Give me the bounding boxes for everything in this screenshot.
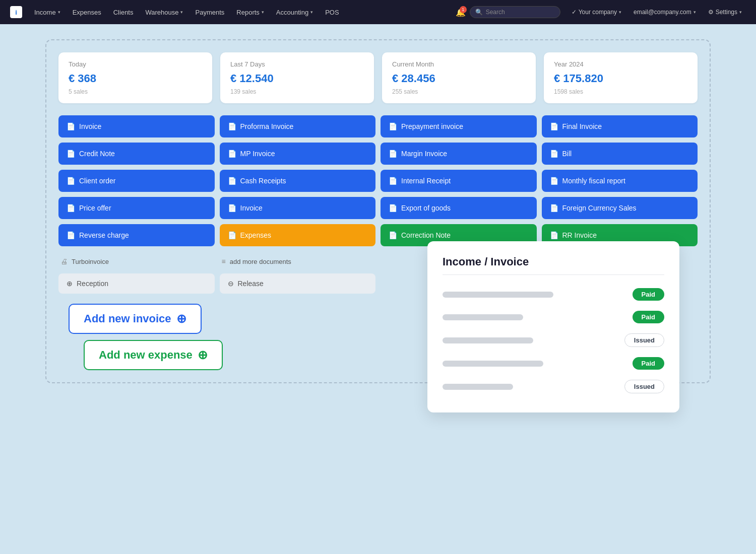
document-icon: 📄 xyxy=(550,204,558,212)
stat-card-7days: Last 7 Days € 12.540 139 sales xyxy=(220,52,374,103)
nav-item-income[interactable]: Income ▾ xyxy=(29,6,66,19)
nav-right: ✓ Your company ▾ email@company.com ▾ ⚙ S… xyxy=(568,7,746,18)
doc-btn-invoice[interactable]: 📄Invoice xyxy=(220,197,376,219)
stat-label-today: Today xyxy=(69,60,202,68)
notification-badge: 1 xyxy=(460,6,467,13)
doc-btn-proforma-invoice[interactable]: 📄Proforma Invoice xyxy=(220,115,376,137)
company-selector[interactable]: ✓ Your company ▾ xyxy=(568,7,625,18)
document-icon: 📄 xyxy=(67,231,75,239)
doc-button-grid: 📄Invoice📄Proforma Invoice📄Prepayment inv… xyxy=(58,115,698,246)
doc-btn-credit-note[interactable]: 📄Credit Note xyxy=(58,143,215,165)
document-icon: 📄 xyxy=(67,204,75,212)
invoice-list-item: Paid xyxy=(443,306,664,328)
search-input[interactable] xyxy=(486,9,546,16)
plus-circle-icon: ⊕ xyxy=(67,280,73,288)
stat-sub-today: 5 sales xyxy=(69,88,202,95)
minus-circle-icon: ⊖ xyxy=(228,280,234,288)
doc-btn-mp-invoice[interactable]: 📄MP Invoice xyxy=(220,143,376,165)
chevron-down-icon: ▾ xyxy=(619,10,621,15)
doc-btn-internal-receipt[interactable]: 📄Internal Receipt xyxy=(381,170,537,192)
nav-item-accounting[interactable]: Accounting ▾ xyxy=(271,6,318,19)
stat-label-7days: Last 7 Days xyxy=(230,60,364,68)
stat-sub-year: 1598 sales xyxy=(554,88,687,95)
document-icon: 📄 xyxy=(228,177,236,185)
invoice-list-item: Paid xyxy=(443,352,664,375)
doc-btn-price-offer[interactable]: 📄Price offer xyxy=(58,197,215,219)
release-button[interactable]: ⊖ Release xyxy=(220,273,376,294)
invoice-list-item: Issued xyxy=(443,328,664,352)
invoice-row-bar xyxy=(443,361,543,367)
document-icon: 📄 xyxy=(67,177,75,185)
dashed-container: Today € 368 5 sales Last 7 Days € 12.540… xyxy=(45,39,711,383)
doc-btn-invoice[interactable]: 📄Invoice xyxy=(58,115,215,137)
chevron-down-icon: ▾ xyxy=(739,10,742,15)
doc-btn-export-of-goods[interactable]: 📄Export of goods xyxy=(381,197,537,219)
stat-card-month: Current Month € 28.456 255 sales xyxy=(382,52,536,103)
document-icon: 📄 xyxy=(550,177,558,185)
document-icon: 📄 xyxy=(389,204,397,212)
invoice-list-item: Issued xyxy=(443,375,664,398)
stat-sub-month: 255 sales xyxy=(392,88,526,95)
nav-item-warehouse[interactable]: Warehouse ▾ xyxy=(140,6,188,19)
stat-value-year: € 175.820 xyxy=(554,72,687,85)
search-icon: 🔍 xyxy=(475,9,483,16)
invoice-row-bar xyxy=(443,384,513,390)
nav-item-reports[interactable]: Reports ▾ xyxy=(231,6,269,19)
status-badge: Paid xyxy=(633,357,664,370)
doc-btn-monthly-fiscal-report[interactable]: 📄Monthly fiscal report xyxy=(542,170,698,192)
doc-btn-final-invoice[interactable]: 📄Final Invoice xyxy=(542,115,698,137)
document-icon: 📄 xyxy=(228,204,236,212)
stat-label-year: Year 2024 xyxy=(554,60,687,68)
doc-btn-cash-receipts[interactable]: 📄Cash Receipts xyxy=(220,170,376,192)
chevron-down-icon: ▾ xyxy=(262,10,264,15)
document-icon: 📄 xyxy=(228,122,236,130)
doc-btn-client-order[interactable]: 📄Client order xyxy=(58,170,215,192)
doc-btn-bill[interactable]: 📄Bill xyxy=(542,143,698,165)
notification-bell[interactable]: 🔔 1 xyxy=(454,5,468,19)
invoice-list-item: Paid xyxy=(443,283,664,306)
add-docs-icon: ≡ xyxy=(222,257,226,265)
main-content: Today € 368 5 sales Last 7 Days € 12.540… xyxy=(0,24,756,398)
chevron-down-icon: ▾ xyxy=(310,10,313,15)
doc-btn-margin-invoice[interactable]: 📄Margin Invoice xyxy=(381,143,537,165)
nav-logo: i xyxy=(10,6,22,18)
doc-btn-expenses[interactable]: 📄Expenses xyxy=(220,224,376,246)
plus-circle-icon: ⊕ xyxy=(198,348,208,362)
nav-item-pos[interactable]: POS xyxy=(320,6,344,19)
user-email[interactable]: email@company.com ▾ xyxy=(629,7,700,18)
plus-circle-icon: ⊕ xyxy=(176,312,186,326)
stat-label-month: Current Month xyxy=(392,60,526,68)
chevron-down-icon: ▾ xyxy=(58,10,60,15)
nav-item-clients[interactable]: Clients xyxy=(108,6,139,19)
search-box[interactable]: 🔍 xyxy=(470,6,560,18)
document-icon: 📄 xyxy=(389,177,397,185)
doc-btn-prepayment-invoice[interactable]: 📄Prepayment invoice xyxy=(381,115,537,137)
document-icon: 📄 xyxy=(389,122,397,130)
status-badge: Paid xyxy=(633,288,664,301)
document-icon: 📄 xyxy=(67,150,75,158)
navbar: i Income ▾ Expenses Clients Warehouse ▾ … xyxy=(0,0,756,24)
doc-btn-foreign-currency-sales[interactable]: 📄Foreign Currency Sales xyxy=(542,197,698,219)
add-new-invoice-button[interactable]: Add new invoice ⊕ xyxy=(69,304,202,334)
nav-item-payments[interactable]: Payments xyxy=(190,6,229,19)
add-new-expense-button[interactable]: Add new expense ⊕ xyxy=(84,340,223,370)
document-icon: 📄 xyxy=(550,231,558,239)
status-badge: Issued xyxy=(624,333,664,347)
stats-row: Today € 368 5 sales Last 7 Days € 12.540… xyxy=(58,52,698,103)
stat-value-today: € 368 xyxy=(69,72,202,85)
document-icon: 📄 xyxy=(389,231,397,239)
stat-value-month: € 28.456 xyxy=(392,72,526,85)
invoice-row-bar xyxy=(443,292,553,298)
document-icon: 📄 xyxy=(67,122,75,130)
document-icon: 📄 xyxy=(228,231,236,239)
nav-item-expenses[interactable]: Expenses xyxy=(68,6,106,19)
invoice-row-bar xyxy=(443,314,523,320)
stat-value-7days: € 12.540 xyxy=(230,72,364,85)
reception-button[interactable]: ⊕ Reception xyxy=(58,273,215,294)
add-more-docs-item[interactable]: ≡ add more documents xyxy=(220,254,376,268)
doc-btn-reverse-charge[interactable]: 📄Reverse charge xyxy=(58,224,215,246)
settings-link[interactable]: ⚙ Settings ▾ xyxy=(704,7,746,18)
turboinvoice-item[interactable]: 🖨 Turboinvoice xyxy=(58,254,215,268)
printer-icon: 🖨 xyxy=(60,257,68,265)
stat-card-today: Today € 368 5 sales xyxy=(58,52,212,103)
